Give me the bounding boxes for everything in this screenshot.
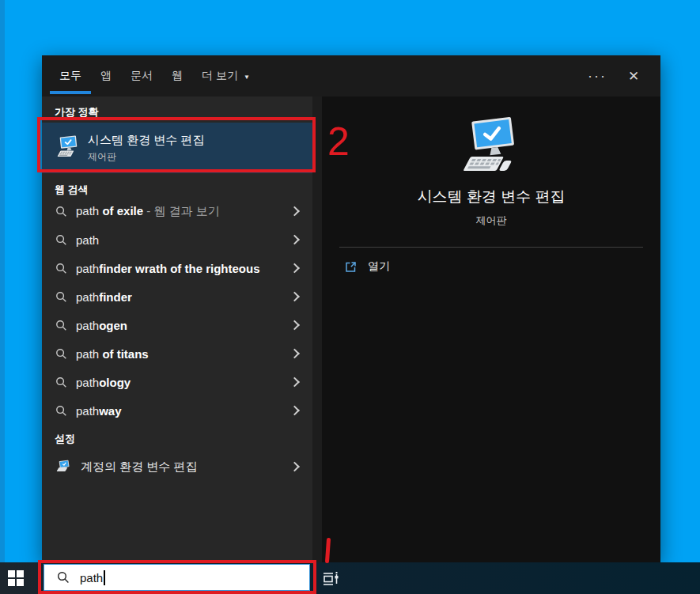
chevron-right-icon[interactable] [289,263,300,274]
suggestion-text: path [76,233,99,247]
search-suggestion[interactable]: path [42,225,312,254]
chevron-right-icon[interactable] [289,292,300,302]
preview-subtitle: 제어판 [476,214,507,228]
start-button[interactable] [8,570,25,588]
tab-documents[interactable]: 문서 [131,69,153,83]
search-suggestion[interactable]: pathfinder [42,282,312,311]
settings-section-header: 설정 [42,432,312,446]
web-search-section-header: 웹 검색 [42,183,312,197]
open-action-label: 열기 [368,259,390,274]
preview-title: 시스템 환경 변수 편집 [418,187,566,207]
search-icon [55,348,67,360]
search-suggestion[interactable]: path of exile - 웹 결과 보기 [42,197,312,225]
close-icon: ✕ [628,68,639,85]
search-icon [55,234,67,246]
active-tab-underline [50,91,91,94]
search-icon [55,206,67,218]
annotation-number-2: 2 [327,122,350,161]
chevron-right-icon[interactable] [289,377,300,388]
open-action[interactable]: 열기 [344,259,390,274]
settings-result-account-env[interactable]: 계정의 환경 변수 편집 [42,451,312,482]
tab-web[interactable]: 웹 [172,69,183,83]
search-suggestion[interactable]: pathfinder wrath of the righteous [42,254,312,282]
chevron-right-icon[interactable] [289,320,300,331]
search-suggestion[interactable]: path of titans [42,339,312,368]
open-external-icon [344,260,358,274]
tab-web-label: 웹 [172,69,183,83]
suggestion-text: pathology [76,376,131,389]
search-icon [55,263,67,274]
search-icon [55,291,67,303]
search-suggestion[interactable]: pathogen [42,311,312,339]
chevron-right-icon[interactable] [289,349,300,359]
ellipsis-icon: ··· [588,72,607,80]
best-match-section-header: 가장 정확 [42,96,312,119]
search-icon [55,376,67,388]
taskbar-app-icon[interactable] [322,569,340,588]
search-suggestion[interactable]: pathway [42,396,312,425]
suggestion-text: pathfinder [76,290,132,304]
tab-all-label: 모두 [59,69,81,83]
result-preview-pane: 시스템 환경 변수 편집 제어판 열기 [322,96,660,562]
search-suggestion[interactable]: pathology [42,368,312,396]
tab-documents-label: 문서 [131,69,153,83]
annotation-box-step1 [38,560,316,594]
tab-apps-label: 앱 [100,69,112,83]
annotation-box-step2 [37,117,316,172]
suggestion-text: path of exile - 웹 결과 보기 [76,204,220,219]
chevron-right-icon[interactable] [289,235,300,245]
suggestion-text: pathway [76,404,122,418]
chevron-right-icon[interactable] [289,206,300,217]
tab-apps[interactable]: 앱 [100,69,112,83]
tab-more[interactable]: 더 보기 ▼ [202,69,250,83]
search-icon [55,320,67,331]
suggestion-text: pathfinder wrath of the righteous [76,262,260,275]
chevron-right-icon[interactable] [289,462,300,472]
tab-more-label: 더 보기 [202,69,238,83]
more-options-button[interactable]: ··· [581,55,613,96]
settings-result-label: 계정의 환경 변수 편집 [81,460,198,475]
preview-divider [339,247,643,248]
chevron-right-icon[interactable] [289,406,300,416]
suggestion-text: path of titans [76,347,149,361]
windows-logo-icon [8,570,15,577]
suggestion-text: pathogen [76,319,127,332]
system-properties-icon-large [455,115,528,180]
desktop-edge-shade [0,0,5,594]
search-icon [55,405,67,417]
chevron-down-icon: ▼ [244,74,250,81]
account-env-vars-icon [54,458,71,475]
close-button[interactable]: ✕ [618,55,649,96]
tab-all[interactable]: 모두 [59,69,81,83]
search-filter-tabbar: 모두 앱 문서 웹 더 보기 ▼ ··· ✕ [42,55,660,96]
